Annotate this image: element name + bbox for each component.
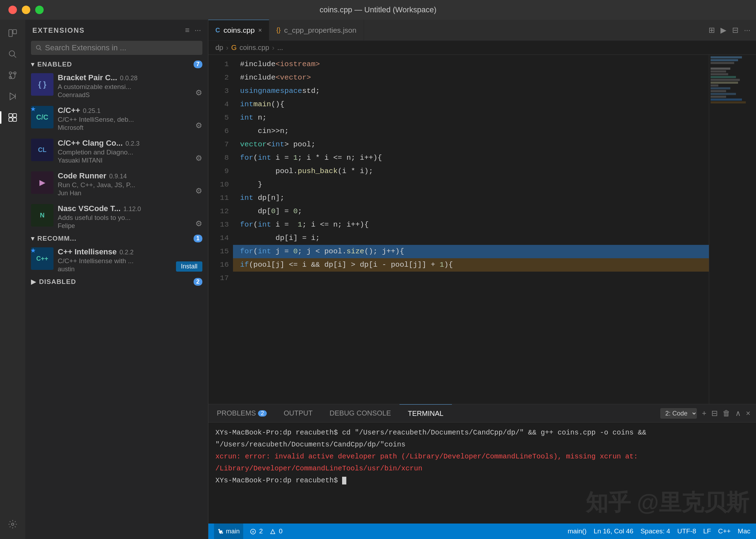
extension-clang-publisher: Yasuaki MITANI <box>58 157 202 164</box>
extension-code-runner-version: 0.9.14 <box>109 173 127 180</box>
toggle-panel-icon[interactable]: ⊟ <box>732 26 738 35</box>
extension-bracket-pair[interactable]: { } Bracket Pair C... 0.0.28 A customiza… <box>25 70 208 102</box>
extension-code-runner[interactable]: ▶ Code Runner 0.9.14 Run C, C++, Java, J… <box>25 168 208 201</box>
enabled-section-label: ▾ ENABLED <box>31 61 72 68</box>
extension-nasc[interactable]: N Nasc VSCode T... 1.12.0 Adds useful to… <box>25 201 208 233</box>
extension-cpp-icon: C/C ★ <box>31 106 53 128</box>
extension-bracket-publisher: CoenraadS <box>58 91 202 99</box>
code-line-7: cin>>n; <box>233 125 709 138</box>
code-line-17: if(pool[j] <= i && dp[i] > dp[i - pool[j… <box>233 258 709 272</box>
tab-coins-cpp-label: coins.cpp <box>223 26 255 34</box>
extension-code-runner-publisher: Jun Han <box>58 190 202 197</box>
close-button[interactable] <box>8 6 17 14</box>
extension-nasc-name: Nasc VSCode T... <box>58 204 121 213</box>
more-actions-icon[interactable]: ··· <box>195 26 201 35</box>
svg-point-14 <box>36 45 40 49</box>
collapse-panel-icon[interactable]: ∧ <box>735 409 741 418</box>
extension-code-runner-info: Code Runner 0.9.14 Run C, C++, Java, JS,… <box>58 171 202 197</box>
tab-json[interactable]: {} c_cpp_properties.json <box>269 20 364 40</box>
search-input[interactable] <box>45 43 198 52</box>
minimap <box>709 55 751 404</box>
extension-clang-version: 0.2.3 <box>126 140 140 147</box>
code-line-14: for(int i = 1; i <= n; i++){ <box>233 218 709 232</box>
disabled-section-header[interactable]: ▶ DISABLED 2 <box>25 277 208 287</box>
symbol-status[interactable]: main() <box>568 527 587 535</box>
recommended-section-header[interactable]: ▾ RECOMM... 1 <box>25 233 208 244</box>
install-button[interactable]: Install <box>176 261 202 272</box>
tab-bar: C coins.cpp × {} c_cpp_properties.json ⊞… <box>208 20 756 41</box>
breadcrumb-dp[interactable]: dp <box>215 44 223 52</box>
cpp-star-icon: ★ <box>30 105 36 113</box>
svg-rect-12 <box>13 118 17 121</box>
extension-bracket-gear-icon[interactable]: ⚙ <box>195 88 202 97</box>
code-line-13: dp[0] = 0; <box>233 205 709 218</box>
extension-nasc-gear-icon[interactable]: ⚙ <box>195 219 202 228</box>
panel-tabs: PROBLEMS 2 OUTPUT DEBUG CONSOLE TERMINAL… <box>208 404 756 423</box>
tab-output[interactable]: OUTPUT <box>275 404 321 422</box>
maximize-button[interactable] <box>35 6 44 14</box>
terminal-content[interactable]: XYs-MacBook-Pro:dp reacubeth$ cd "/Users… <box>208 423 756 524</box>
breadcrumb-symbol[interactable]: ... <box>277 44 283 52</box>
tab-coins-close-icon[interactable]: × <box>258 27 262 34</box>
extension-code-runner-gear-icon[interactable]: ⚙ <box>195 186 202 196</box>
run-code-icon[interactable]: ▶ <box>720 26 726 35</box>
sidebar-header: EXTENSIONS ≡ ··· <box>25 20 208 41</box>
enabled-section-header[interactable]: ▾ ENABLED 7 <box>25 59 208 70</box>
editor-area: C coins.cpp × {} c_cpp_properties.json ⊞… <box>208 20 756 539</box>
svg-marker-7 <box>10 93 15 100</box>
language-status[interactable]: C++ <box>718 527 731 535</box>
app-container: EXTENSIONS ≡ ··· ▾ ENABLED 7 { } <box>0 20 756 539</box>
extension-nasc-publisher: Felipe <box>58 222 202 230</box>
cursor-position-status[interactable]: Ln 16, Col 46 <box>594 527 634 535</box>
scrollbar[interactable] <box>751 55 756 404</box>
status-bar: main ✕ 2 0 main() Ln 16, Col 46 Spaces: … <box>208 524 756 539</box>
warning-icon <box>270 529 276 534</box>
line-ending-status[interactable]: LF <box>703 527 711 535</box>
activity-git-icon[interactable] <box>4 66 22 84</box>
extension-search-box[interactable] <box>31 41 202 55</box>
activity-run-icon[interactable] <box>4 87 22 106</box>
add-terminal-icon[interactable]: + <box>702 409 706 418</box>
extension-clang-gear-icon[interactable]: ⚙ <box>195 154 202 163</box>
indentation-status[interactable]: Spaces: 4 <box>641 527 670 535</box>
activity-settings-icon[interactable] <box>4 515 22 533</box>
tab-problems[interactable]: PROBLEMS 2 <box>208 404 275 422</box>
split-editor-icon[interactable]: ⊞ <box>708 26 715 35</box>
git-branch-status[interactable]: main <box>214 524 243 539</box>
extension-nasc-icon: N <box>31 204 53 227</box>
more-editor-actions-icon[interactable]: ··· <box>744 26 750 35</box>
filter-icon[interactable]: ≡ <box>185 26 190 35</box>
tab-debug-console[interactable]: DEBUG CONSOLE <box>321 404 399 422</box>
extension-clang[interactable]: CL C/C++ Clang Co... 0.2.3 Completion an… <box>25 135 208 168</box>
status-bar-right: main() Ln 16, Col 46 Spaces: 4 UTF-8 LF … <box>568 527 750 535</box>
window-controls[interactable] <box>8 6 44 14</box>
extension-cpp-gear-icon[interactable]: ⚙ <box>195 121 202 130</box>
error-count[interactable]: ✕ 2 <box>250 527 263 535</box>
terminal-line-1: XYs-MacBook-Pro:dp reacubeth$ cd "/Users… <box>215 427 749 451</box>
minimize-button[interactable] <box>22 6 30 14</box>
extension-cpp-intellisense-version: 0.2.2 <box>120 249 134 256</box>
code-editor[interactable]: 12345 678910 1112131415 1617 #include<io… <box>208 55 756 404</box>
extension-cpp[interactable]: C/C ★ C/C++ 0.25.1 C/C++ IntelliSense, d… <box>25 102 208 135</box>
delete-terminal-icon[interactable]: 🗑 <box>723 409 730 418</box>
warning-count-label: 0 <box>279 527 283 535</box>
recommended-section-label: ▾ RECOMM... <box>31 235 76 242</box>
git-info: main <box>226 528 240 535</box>
platform-status[interactable]: Mac <box>738 527 750 535</box>
json-file-icon: {} <box>276 26 281 34</box>
encoding-status[interactable]: UTF-8 <box>677 527 696 535</box>
warning-count[interactable]: 0 <box>270 527 283 535</box>
activity-extensions-icon[interactable] <box>4 108 22 127</box>
code-content[interactable]: #include<iostream> #include<vector> usin… <box>233 55 709 404</box>
extension-nasc-version: 1.12.0 <box>124 205 141 213</box>
breadcrumb-file[interactable]: coins.cpp <box>239 44 269 52</box>
tab-coins-cpp[interactable]: C coins.cpp × <box>208 20 269 40</box>
extension-cpp-intellisense[interactable]: C++ ★ C++ Intellisense 0.2.2 C/C++ Intel… <box>25 244 208 277</box>
sidebar-title: EXTENSIONS <box>32 26 85 34</box>
split-terminal-icon[interactable]: ⊟ <box>711 409 718 418</box>
activity-search-icon[interactable] <box>4 45 22 63</box>
activity-explorer-icon[interactable] <box>4 24 22 42</box>
terminal-selector[interactable]: 2: Code <box>660 408 697 419</box>
tab-terminal[interactable]: TERMINAL <box>399 404 452 422</box>
close-panel-icon[interactable]: × <box>746 409 750 418</box>
